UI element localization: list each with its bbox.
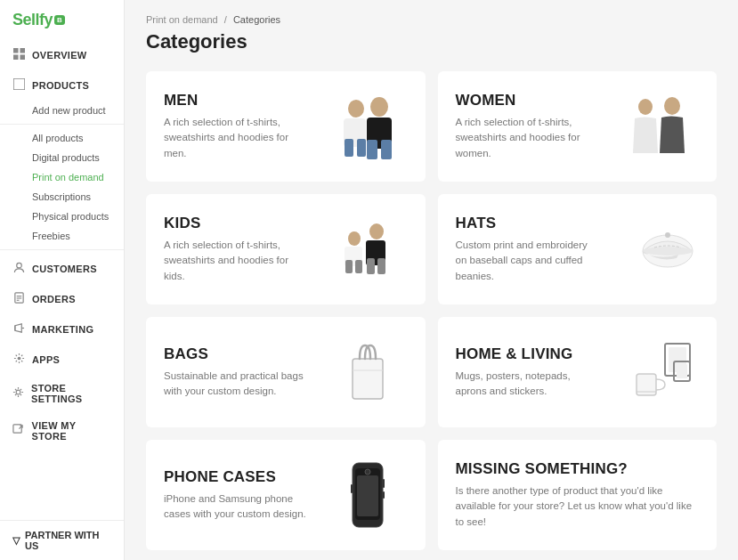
category-name-men: MEN (164, 92, 310, 110)
sidebar-sub-freebies[interactable]: Freebies (0, 226, 124, 246)
category-card-missing[interactable]: MISSING SOMETHING? Is there another type… (438, 440, 718, 550)
category-card-women[interactable]: WOMEN A rich selection of t-shirts, swea… (438, 71, 718, 182)
category-card-hats[interactable]: HATS Custom print and embroidery on base… (438, 194, 718, 304)
category-name-missing: MISSING SOMETHING? (456, 460, 700, 478)
sidebar-navigation: OVERVIEW PRODUCTS Add new product All pr… (0, 40, 124, 520)
category-name-women: WOMEN (456, 92, 602, 110)
svg-point-35 (643, 247, 693, 256)
svg-point-13 (17, 357, 20, 361)
svg-point-36 (665, 232, 670, 238)
sidebar-item-marketing[interactable]: MARKETING (0, 314, 124, 345)
sidebar-item-view-store[interactable]: VIEW MY STORE (0, 412, 124, 450)
marketing-icon (12, 322, 25, 337)
category-name-bags: BAGS (164, 345, 310, 363)
sidebar-item-customers[interactable]: CUSTOMERS (0, 254, 124, 284)
logo-text: Sellfy (12, 11, 53, 29)
category-image-bags (328, 337, 408, 408)
category-card-bags[interactable]: BAGS Sustainable and practical bags with… (146, 317, 426, 427)
logo: SellfyB (0, 0, 124, 40)
customers-label: CUSTOMERS (32, 264, 97, 274)
store-settings-icon (12, 386, 24, 401)
category-image-home-living (619, 337, 699, 408)
category-image-kids (328, 214, 408, 285)
overview-icon (12, 48, 25, 62)
category-desc-women: A rich selection of t-shirts, sweatshirt… (456, 115, 602, 161)
sidebar-item-apps[interactable]: APPS (0, 345, 124, 375)
category-desc-men: A rich selection of t-shirts, sweatshirt… (164, 115, 310, 161)
overview-label: OVERVIEW (32, 50, 87, 61)
view-store-label: VIEW MY STORE (32, 420, 111, 442)
page-title: Categories (146, 30, 717, 53)
category-desc-kids: A rich selection of t-shirts, sweatshirt… (164, 238, 310, 284)
svg-point-26 (369, 223, 384, 239)
svg-point-47 (365, 469, 370, 475)
category-name-phone-cases: PHONE CASES (164, 468, 310, 486)
category-content-bags: BAGS Sustainable and practical bags with… (164, 345, 310, 400)
category-desc-home-living: Mugs, posters, notepads, aprons and stic… (456, 369, 602, 400)
svg-rect-18 (367, 140, 377, 159)
svg-point-20 (348, 100, 364, 118)
svg-rect-28 (367, 258, 375, 274)
sidebar-item-overview[interactable]: OVERVIEW (0, 40, 124, 70)
category-content-hats: HATS Custom print and embroidery on base… (456, 215, 602, 284)
svg-rect-4 (13, 78, 25, 90)
category-card-home-living[interactable]: HOME & LIVING Mugs, posters, notepads, a… (438, 317, 718, 427)
sidebar-sub-digital-products[interactable]: Digital products (0, 148, 124, 167)
category-card-phone-cases[interactable]: PHONE CASES iPhone and Samsung phone cas… (146, 440, 426, 550)
svg-rect-19 (381, 140, 392, 159)
category-content-home-living: HOME & LIVING Mugs, posters, notepads, a… (456, 345, 602, 400)
category-content-kids: KIDS A rich selection of t-shirts, sweat… (164, 215, 310, 284)
svg-rect-2 (13, 55, 19, 61)
sidebar-item-store-settings[interactable]: STORE SETTINGS (0, 375, 124, 412)
category-desc-hats: Custom print and embroidery on baseball … (456, 238, 602, 284)
category-content-phone-cases: PHONE CASES iPhone and Samsung phone cas… (164, 468, 310, 523)
svg-marker-10 (14, 324, 20, 332)
sidebar-sub-add-product[interactable]: Add new product (0, 101, 124, 120)
customers-icon (12, 262, 25, 276)
category-content-missing: MISSING SOMETHING? Is there another type… (456, 460, 700, 530)
category-name-home-living: HOME & LIVING (456, 345, 602, 363)
svg-rect-22 (345, 139, 353, 157)
orders-label: ORDERS (32, 294, 76, 304)
svg-point-25 (638, 99, 653, 115)
breadcrumb: Print on demand / Categories (146, 14, 717, 25)
partner-label: PARTNER WITH US (25, 530, 111, 551)
category-card-men[interactable]: MEN A rich selection of t-shirts, sweats… (146, 71, 426, 182)
sidebar-sub-physical-products[interactable]: Physical products (0, 207, 124, 226)
sidebar-sub-print-on-demand[interactable]: Print on demand (0, 167, 124, 187)
sidebar-sub-all-products[interactable]: All products (0, 128, 124, 148)
svg-rect-32 (345, 260, 353, 273)
sidebar-item-orders[interactable]: ORDERS (0, 284, 124, 314)
partner-with-us[interactable]: ▽ PARTNER WITH US (0, 520, 124, 560)
category-image-phone-cases (328, 459, 408, 531)
view-store-icon (12, 424, 25, 438)
marketing-label: MARKETING (32, 324, 93, 335)
svg-rect-48 (357, 475, 378, 516)
svg-rect-51 (351, 484, 353, 493)
sidebar-item-products[interactable]: PRODUCTS (0, 70, 124, 101)
svg-rect-23 (357, 139, 366, 157)
breadcrumb-current: Categories (233, 14, 280, 25)
category-image-hats (619, 214, 699, 285)
svg-point-30 (348, 231, 361, 246)
main-content: Print on demand / Categories Categories … (125, 0, 738, 560)
breadcrumb-separator: / (224, 14, 227, 25)
category-desc-missing: Is there another type of product that yo… (456, 483, 700, 530)
breadcrumb-print-on-demand[interactable]: Print on demand (146, 14, 218, 25)
svg-rect-49 (383, 479, 385, 488)
svg-rect-37 (353, 359, 383, 399)
category-image-women (619, 91, 699, 162)
products-label: PRODUCTS (32, 80, 89, 91)
svg-point-24 (664, 97, 680, 115)
category-image-men (328, 91, 408, 162)
sidebar-sub-subscriptions[interactable]: Subscriptions (0, 187, 124, 207)
apps-icon (12, 353, 25, 367)
orders-icon (12, 292, 25, 306)
category-card-kids[interactable]: KIDS A rich selection of t-shirts, sweat… (146, 194, 426, 304)
svg-point-14 (16, 390, 20, 394)
category-name-kids: KIDS (164, 215, 310, 232)
nav-divider-2 (0, 249, 124, 250)
category-content-men: MEN A rich selection of t-shirts, sweats… (164, 92, 310, 161)
svg-point-16 (370, 97, 388, 117)
category-content-women: WOMEN A rich selection of t-shirts, swea… (456, 92, 602, 161)
